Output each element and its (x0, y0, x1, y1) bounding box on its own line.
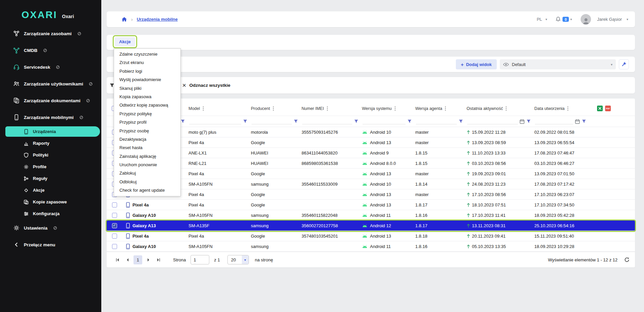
sidebar-item-reguly[interactable]: Reguły (0, 173, 101, 184)
table-row[interactable]: ANE-LX1 HUAWEI 863411044053820 Android 9… (107, 148, 635, 158)
table-row[interactable]: Galaxy A10 SM-A105FN samsung Android 11 … (107, 241, 635, 252)
page-size-select[interactable]: 20 ▾ (227, 255, 249, 264)
column-header[interactable]: Wersja systemu (361, 101, 415, 116)
akcje-button[interactable]: Akcje (115, 37, 135, 46)
calendar-icon[interactable] (520, 119, 525, 124)
action-menu-item[interactable]: Zrzut ekranu (114, 58, 180, 67)
action-menu-item[interactable]: Przypisz politykę (114, 110, 180, 118)
table-row[interactable]: SM-A105FN samsung 355460115533009 Androi… (107, 179, 635, 189)
table-row[interactable]: RNE-L21 HUAWEI 868598035361538 Android 8… (107, 158, 635, 169)
user-name[interactable]: Jarek Gąsior (597, 17, 622, 22)
action-menu-item[interactable]: Wyślij powiadomienie (114, 75, 180, 84)
column-header[interactable]: Wersja agenta (415, 101, 466, 116)
table-row[interactable]: moto g(7) plus motorola 355575093145276 … (107, 127, 635, 137)
action-menu-item[interactable]: Kopia zapasowa (114, 92, 180, 101)
filter-input[interactable] (252, 119, 292, 124)
filter-icon[interactable] (243, 119, 248, 124)
action-menu-item[interactable]: Uruchom ponownie (114, 161, 180, 169)
calendar-icon[interactable] (575, 119, 580, 124)
add-view-button[interactable]: + Dodaj widok (456, 59, 497, 69)
next-page-button[interactable] (144, 255, 152, 264)
current-page-button[interactable]: 1 (133, 255, 142, 264)
action-menu-item[interactable]: Skanuj pliki (114, 84, 180, 92)
page-number-input[interactable] (191, 255, 209, 264)
sidebar-item-dokumenty[interactable]: Zarządzanie dokumentami (0, 92, 101, 109)
action-menu-item[interactable]: Przypisz profil (114, 118, 180, 126)
view-settings-button[interactable] (619, 59, 629, 69)
table-row[interactable]: Pixel 4a Pixel 4a Google Android 13 1.8.… (107, 200, 635, 210)
action-menu-item[interactable]: Zainstaluj aplikację (114, 152, 180, 161)
sidebar-item-raporty[interactable]: Raporty (0, 137, 101, 149)
filter-icon[interactable] (354, 119, 359, 124)
row-checkbox[interactable] (112, 244, 117, 249)
language-selector[interactable]: PL (537, 17, 542, 22)
column-menu-icon[interactable] (273, 106, 274, 111)
sidebar-item-kopie[interactable]: Kopie zapasowe (0, 196, 101, 208)
notifications-button[interactable]: 0 ▾ (555, 16, 572, 22)
filter-input[interactable] (189, 119, 241, 124)
sidebar-item-profile[interactable]: Profile (0, 161, 101, 173)
column-menu-icon[interactable] (567, 106, 569, 111)
sidebar-item-ustawienia[interactable]: Ustawienia (0, 220, 101, 236)
prev-page-button[interactable] (123, 255, 131, 264)
sidebar-item-konfiguracja[interactable]: Konfiguracja (0, 208, 101, 220)
avatar[interactable] (581, 14, 591, 24)
column-header[interactable]: Model (188, 101, 250, 116)
first-page-button[interactable] (113, 255, 121, 264)
action-menu-item[interactable]: Odblokuj (114, 178, 180, 186)
sidebar-collapse-toggle[interactable]: Przełącz menu (0, 236, 101, 253)
filter-input[interactable] (416, 119, 457, 124)
table-row[interactable]: Galaxy A13 SM-A135F samsung 356002720127… (107, 221, 635, 231)
action-menu-item[interactable]: Dezaktywacja (114, 135, 180, 143)
column-menu-icon[interactable] (445, 106, 446, 111)
last-page-button[interactable] (154, 255, 162, 264)
action-menu-item[interactable]: Zdalne czyszczenie (114, 50, 180, 58)
filter-input[interactable] (467, 119, 518, 124)
column-menu-icon[interactable] (203, 106, 204, 111)
sidebar-item-akcje[interactable]: Akcje (0, 184, 101, 196)
table-row[interactable]: Pixel 4a Pixel 4a Google Android 13 mast… (107, 189, 635, 200)
sidebar-item-uzytkownicy[interactable]: Zarządzanie użytkownikami (0, 75, 101, 92)
row-checkbox[interactable] (112, 202, 117, 207)
action-menu-item[interactable]: Reset hasła (114, 143, 180, 152)
sidebar-item-servicedesk[interactable]: Servicedesk (0, 59, 101, 75)
row-checkbox[interactable] (112, 213, 117, 218)
filter-icon[interactable] (459, 119, 463, 124)
sidebar-item-mobilne[interactable]: Zarządzanie mobilnymi (0, 109, 101, 126)
column-header[interactable]: Ostatnia aktywność (466, 101, 534, 116)
row-checkbox[interactable] (112, 234, 117, 239)
view-selector[interactable]: Default ▾ (500, 59, 616, 69)
column-menu-icon[interactable] (327, 106, 328, 111)
export-excel-icon[interactable] (597, 106, 603, 111)
column-menu-icon[interactable] (394, 106, 396, 111)
deselect-all-button[interactable]: ✕ Odznacz wszystkie (182, 82, 230, 88)
column-header[interactable]: Producent (250, 101, 301, 116)
action-menu-item[interactable]: Pobierz logi (114, 67, 180, 75)
filter-icon[interactable] (526, 119, 531, 124)
filter-icon[interactable] (180, 119, 185, 124)
filter-input[interactable] (363, 119, 406, 124)
breadcrumb-link[interactable]: Urządzenia mobilne (137, 17, 178, 22)
table-row[interactable]: Pixel 4a Google Android 13 master 13.09.… (107, 137, 635, 148)
sidebar-item-urzadzenia[interactable]: Urządzenia (0, 126, 101, 137)
filter-icon[interactable] (407, 119, 412, 124)
action-menu-item[interactable]: Przypisz osobę (114, 127, 180, 135)
filter-icon[interactable] (293, 119, 298, 124)
table-row[interactable]: Pixel 4a Google Android 13 master 19.09.… (107, 169, 635, 179)
table-row[interactable]: Galaxy A10 SM-A105FN samsung 35546011582… (107, 210, 635, 221)
home-icon[interactable] (121, 17, 127, 22)
row-checkbox[interactable] (112, 223, 117, 228)
refresh-icon[interactable] (624, 257, 630, 262)
action-menu-item[interactable]: Odtwórz kopię zapasową (114, 101, 180, 109)
filter-icon[interactable] (582, 119, 586, 124)
table-row[interactable]: Pixel 4a Pixel 4a Google 357480103545201… (107, 231, 635, 241)
sidebar-item-zasoby[interactable]: Zarządzanie zasobami (0, 25, 101, 42)
export-pdf-icon[interactable]: PDF (605, 106, 611, 111)
column-header[interactable]: Data utworzenia (534, 101, 589, 116)
action-menu-item[interactable]: Zablokuj (114, 169, 180, 177)
action-menu-item[interactable]: Check for agent update (114, 186, 180, 194)
sidebar-item-polityki[interactable]: Polityki (0, 149, 101, 161)
sidebar-item-cmdb[interactable]: CMDB (0, 42, 101, 59)
column-menu-icon[interactable] (505, 106, 507, 111)
filter-input[interactable] (302, 119, 352, 124)
